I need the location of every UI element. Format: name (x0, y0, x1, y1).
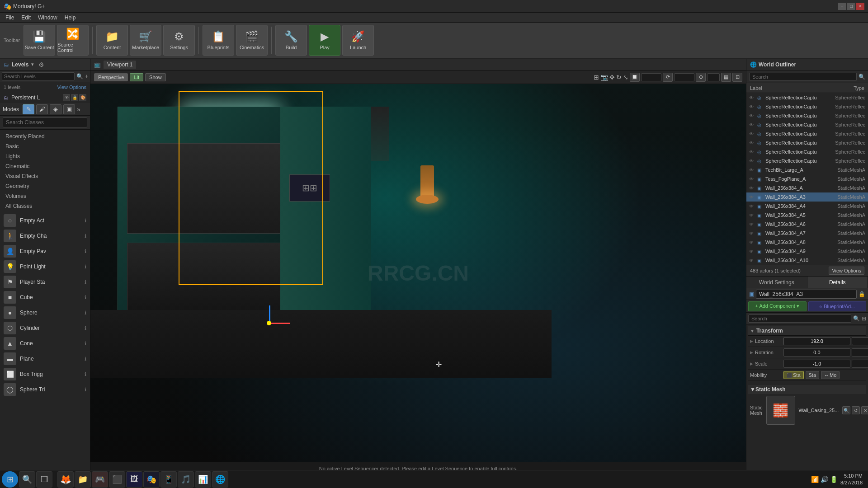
taskbar-cortana[interactable]: 🔍 (19, 471, 35, 488)
outliner-item[interactable]: 👁 ◎ SphereReflectionCaptu SphereReflec (746, 111, 868, 120)
player-start-info[interactable]: ℹ (85, 279, 86, 285)
list-item[interactable]: 💡 Point Light ℹ (0, 259, 90, 274)
outliner-item[interactable]: 👁 ▣ Wall_256x384_A5 StaticMeshA (746, 211, 868, 220)
content-button[interactable]: 📁 Content (96, 25, 128, 56)
scale-x-input[interactable] (783, 360, 850, 368)
taskbar-ae[interactable]: 🎭 (143, 471, 160, 488)
add-component-button[interactable]: + Add Component ▾ (748, 301, 807, 311)
cylinder-info[interactable]: ℹ (85, 325, 86, 331)
list-item[interactable]: ▲ Cone ℹ (0, 336, 90, 351)
show-button[interactable]: Show (145, 73, 166, 81)
outliner-item[interactable]: 👁 ▣ Wall_256x384_A4 StaticMeshA (746, 202, 868, 211)
taskbar-task-view[interactable]: ❐ (36, 471, 52, 488)
taskbar-app-1[interactable]: 📱 (160, 471, 177, 488)
outliner-item[interactable]: 👁 ▣ Tess_FogPlane_A StaticMeshA (746, 174, 868, 183)
rotation-y-input[interactable] (852, 348, 868, 357)
outliner-view-options-button[interactable]: View Options (829, 267, 864, 275)
outliner-item-selected[interactable]: 👁 ▣ Wall_256x384_A3 StaticMeshA (746, 192, 868, 202)
list-item[interactable]: ○ Empty Act ℹ (0, 213, 90, 228)
menu-help[interactable]: Help (61, 14, 80, 22)
taskbar-app-3[interactable]: 📊 (195, 471, 211, 488)
viewport-tab[interactable]: Viewport 1 (104, 61, 136, 69)
vp-scale-icon[interactable]: ⤡ (623, 74, 628, 81)
play-button[interactable]: ▶ Play (309, 25, 340, 56)
start-button[interactable]: ⊞ (2, 471, 18, 488)
taskbar-app-4[interactable]: 🌐 (212, 471, 228, 488)
outliner-item[interactable]: 👁 ◎ SphereReflectionCaptu SphereReflec (746, 156, 868, 165)
mode-landscape-icon[interactable]: ◈ (50, 104, 61, 114)
source-control-button[interactable]: 🔀 Source Control (57, 25, 89, 56)
vp-grid-icon[interactable]: ⊞ (594, 74, 599, 81)
vp-angle-icon[interactable]: ⟳ (663, 73, 673, 82)
cone-info[interactable]: ℹ (85, 341, 86, 347)
details-search-input[interactable] (748, 314, 851, 323)
mobility-movable-button[interactable]: ↔ Mo (821, 371, 840, 379)
vp-angle-value[interactable]: 0.25 (674, 73, 694, 81)
list-item[interactable]: ▬ Plane ℹ (0, 351, 90, 366)
outliner-item[interactable]: 👁 ▣ Wall_256x384_A StaticMeshA (746, 183, 868, 192)
taskbar-photoshop[interactable]: 🖼 (126, 471, 142, 488)
mesh-clear-button[interactable]: ✕ (861, 406, 868, 414)
cube-info[interactable]: ℹ (85, 295, 86, 300)
marketplace-button[interactable]: 🛒 Marketplace (130, 25, 161, 56)
outliner-item[interactable]: 👁 ▣ TechBit_Large_A StaticMeshA (746, 165, 868, 174)
outliner-item[interactable]: 👁 ◎ SphereReflectionCaptu SphereReflec (746, 138, 868, 147)
mode-foliage-icon[interactable]: ▣ (63, 104, 75, 114)
mobility-static-button[interactable]: ⬛ Sta (783, 371, 804, 379)
category-lights[interactable]: Lights (0, 151, 90, 161)
transform-header[interactable]: ▼ Transform (748, 326, 866, 336)
lock-icon[interactable]: 🔒 (859, 291, 865, 297)
outliner-item[interactable]: 👁 ◎ SphereReflectionCaptu SphereReflec (746, 129, 868, 138)
outliner-item[interactable]: 👁 ▣ Wall_256x384_A8 StaticMeshA (746, 238, 868, 247)
details-search-icon[interactable]: 🔍 (853, 315, 860, 322)
location-y-input[interactable] (852, 337, 868, 345)
launch-button[interactable]: 🚀 Launch (342, 25, 374, 56)
vp-scale-value[interactable]: 3 (707, 73, 720, 81)
details-grid-icon[interactable]: ⊞ (862, 315, 866, 322)
vp-move-icon[interactable]: ✥ (609, 74, 615, 81)
list-item[interactable]: ⬡ Cylinder ℹ (0, 320, 90, 336)
outliner-item[interactable]: 👁 ▣ Wall_256x384_A6 StaticMeshA (746, 220, 868, 229)
empty-pawn-info[interactable]: ℹ (85, 249, 86, 254)
sphere-trigger-info[interactable]: ℹ (85, 387, 86, 393)
mode-place-icon[interactable]: ✎ (23, 104, 34, 114)
list-item[interactable]: ■ Cube ℹ (0, 290, 90, 305)
location-x-input[interactable] (783, 337, 850, 345)
list-item[interactable]: ⬜ Box Trigg ℹ (0, 366, 90, 382)
mode-paint-icon[interactable]: 🖌 (36, 104, 48, 114)
blueprints-button[interactable]: 📋 Blueprints (203, 25, 234, 56)
taskbar-ue4[interactable]: 🎮 (92, 471, 108, 488)
sphere-info[interactable]: ℹ (85, 310, 86, 316)
mode-more-icon[interactable]: » (77, 106, 80, 113)
list-item[interactable]: ⚑ Player Sta ℹ (0, 274, 90, 290)
viewport-canvas[interactable]: ⊞⊞ ✛ RRCG.CN (90, 84, 746, 462)
save-current-button[interactable]: 💾 Save Current (24, 25, 55, 56)
cinematics-button[interactable]: 🎬 Cinematics (236, 25, 268, 56)
mobility-stationary-button[interactable]: Sta (806, 371, 820, 379)
menu-edit[interactable]: Edit (18, 14, 34, 22)
scale-y-input[interactable] (852, 360, 868, 368)
list-item[interactable]: ◯ Sphere Tri ℹ (0, 382, 90, 397)
build-button[interactable]: 🔧 Build (275, 25, 307, 56)
outliner-item[interactable]: 👁 ▣ Wall_256x384_A7 StaticMeshA (746, 229, 868, 238)
minimize-button[interactable]: − (838, 3, 846, 10)
outliner-item[interactable]: 👁 ▣ Wall_256x384_A9 StaticMeshA (746, 247, 868, 256)
lit-mode-button[interactable]: Lit (130, 73, 143, 81)
category-geometry[interactable]: Geometry (0, 181, 90, 191)
level-lock-button[interactable]: 🔒 (71, 94, 78, 101)
outliner-search-input[interactable] (749, 73, 857, 81)
point-light-info[interactable]: ℹ (85, 264, 86, 270)
vp-camera-icon[interactable]: 📷 (600, 74, 608, 81)
tab-world-settings[interactable]: World Settings (746, 277, 807, 288)
rotation-x-input[interactable] (783, 348, 850, 357)
outliner-item[interactable]: 👁 ◎ SphereReflectionCaptu SphereReflec (746, 147, 868, 156)
perspective-button[interactable]: Perspective (94, 73, 128, 81)
levels-search-input[interactable] (2, 72, 75, 80)
outliner-item[interactable]: 👁 ▣ Wall_256x384_A10 StaticMeshA (746, 256, 868, 265)
levels-search-icon[interactable]: 🔍 (76, 73, 83, 80)
list-item[interactable]: 🚶 Empty Cha ℹ (0, 228, 90, 244)
levels-settings-icon[interactable]: ⚙ (38, 61, 44, 68)
vp-scale-val-icon[interactable]: ⊕ (696, 73, 706, 82)
category-volumes[interactable]: Volumes (0, 191, 90, 201)
category-visual-effects[interactable]: Visual Effects (0, 171, 90, 181)
